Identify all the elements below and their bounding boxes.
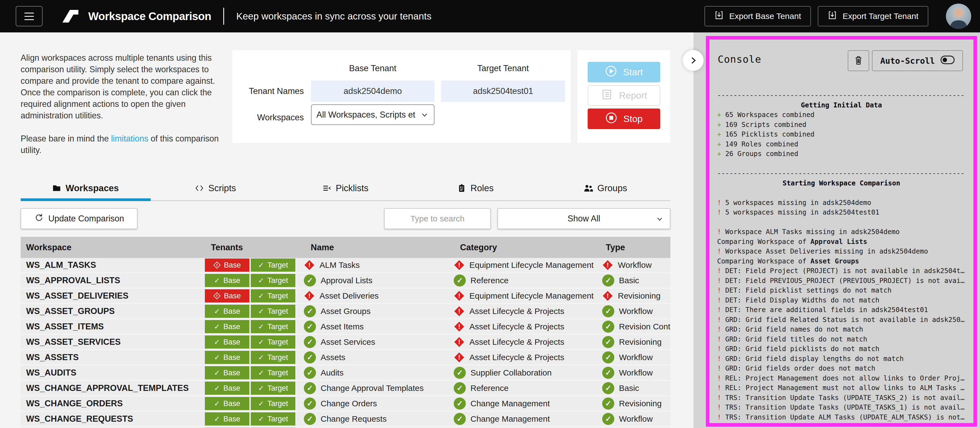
hamburger-menu-icon[interactable] [16,6,43,26]
category-cell: ✓Change Management [451,413,600,425]
table-row[interactable]: WS_AUDITS✓Base✓Target✓Audits✓Supplier Co… [21,366,670,380]
table-row[interactable]: WS_APPROVAL_LISTS✓Base✓Target✓Approval L… [21,273,670,288]
auto-scroll-toggle[interactable]: Auto-Scroll [872,50,963,71]
tenant-badge-target: ✓Target [251,366,295,379]
tenant-names-label: Tenant Names [232,86,311,96]
error-diamond-icon: ! [454,321,465,332]
tenant-badge-target: ✓Target [251,397,295,410]
clear-console-button[interactable] [848,50,869,71]
tenant-badge-target: ✓Target [251,320,295,333]
error-diamond-icon: ! [454,352,465,363]
console-highlight-frame: Console Auto-Scroll [706,36,977,426]
console-log[interactable]: ----------------------------------------… [717,90,966,423]
check-icon: ✓ [214,338,220,346]
tenant-badge-base: ✓Base [205,274,250,287]
table-row[interactable]: WS_ASSET_SERVICES✓Base✓Target✓Asset Serv… [21,335,670,349]
update-comparison-button[interactable]: Update Comparison [21,208,137,229]
console-log-line: ! DET: Field picklist settings do not ma… [717,285,966,295]
console-blank-line [717,217,966,227]
export-target-tenant-button[interactable]: Export Target Tenant [818,6,928,26]
scrollbar-track[interactable] [977,32,980,428]
table-row[interactable]: WS_CHANGE_APPROVAL_TEMPLATES✓Base✓Target… [21,381,670,395]
ok-check-icon: ✓ [304,413,316,425]
console-title: Console [718,54,761,65]
filter-select[interactable]: Show All [498,208,670,229]
check-icon: ✓ [258,338,264,346]
console-log-line: ! Workspace ALM Tasks missing in adsk250… [717,227,966,237]
stop-button[interactable]: Stop [588,108,660,129]
console-log-line: + 165 Picklists combined [717,129,966,139]
type-cell: ✓Workflow [600,413,670,425]
console-log-line: ! REL: Project Management must not allow… [717,383,966,393]
svg-text:!: ! [458,338,460,346]
console-log-line: ! REL: Project Management does not allow… [717,373,966,383]
report-button[interactable]: Report [588,85,660,106]
name-cell: ✓Assets [298,351,451,363]
console-log-line: ! GRD: Grid field Related Status is not … [717,315,966,325]
user-avatar[interactable] [946,3,971,29]
console-log-line: ! GRD: Grid field picklists do not match [717,344,966,354]
console-log-line: ! TRS: Transition Update ALM Tasks (UPDA… [717,422,966,423]
tenant-badge-base: ✓Base [205,320,250,333]
active-tab-indicator [21,198,151,201]
play-icon [605,65,617,79]
tab-roles[interactable]: Roles [410,178,541,198]
table-row[interactable]: WS_CHANGE_ORDERS✓Base✓Target✓Change Orde… [21,396,670,411]
check-icon: ✓ [258,353,264,362]
target-tenant-input[interactable]: adsk2504test01 [441,81,565,102]
limitations-link[interactable]: limitations [111,134,148,143]
console-blank-line [717,159,966,169]
header-divider [223,8,224,25]
ok-check-icon: ✓ [602,413,614,425]
ok-check-icon: ✓ [454,274,466,287]
collapse-console-button[interactable] [683,50,704,71]
base-tenant-header: Base Tenant [311,63,434,74]
tenants-cell: ✓Base✓Target [205,274,298,287]
name-cell: ✓Audits [298,367,451,379]
base-tenant-input[interactable]: adsk2504demo [311,81,434,102]
workspace-id: WS_AUDITS [21,368,205,378]
start-button[interactable]: Start [588,62,660,82]
console-log-line: ! TRS: Transition Update Tasks (UPDATE_T… [717,393,966,403]
export-base-tenant-button[interactable]: Export Base Tenant [705,6,811,26]
tab-picklists[interactable]: Picklists [280,178,410,198]
table-row[interactable]: WS_ASSET_ITEMS✓Base✓Target✓Asset Items!A… [21,320,670,334]
workspaces-select[interactable]: All Workspaces, Scripts et [311,105,434,125]
console-column: Console Auto-Scroll [706,32,977,428]
console-log-line: + 26 Groups combined [717,149,966,159]
console-blank-line [717,188,966,198]
table-row[interactable]: WS_ALM_TASKS!Base✓Target!ALM Tasks!Equip… [21,258,670,272]
svg-text:!: ! [216,293,218,298]
workspace-id: WS_ASSETS [21,352,205,362]
name-cell: ✓Change Orders [298,398,451,410]
console-log-line: ! Workspace Asset Deliveries missing in … [717,246,966,256]
workspace-id: WS_ASSET_ITEMS [21,322,205,331]
search-input[interactable] [384,208,491,229]
check-icon: ✓ [214,276,220,285]
tenants-cell: ✓Base✓Target [205,366,298,379]
tab-groups[interactable]: Groups [540,178,670,198]
column-header-workspace: Workspace [21,243,205,252]
table-row[interactable]: WS_ASSETS✓Base✓Target✓Assets!Asset Lifec… [21,350,670,365]
tab-scripts[interactable]: Scripts [151,178,281,198]
table-row[interactable]: WS_CHANGE_REQUESTS✓Base✓Target✓Change Re… [21,412,670,426]
report-list-icon [601,89,613,103]
tab-workspaces[interactable]: Workspaces [21,178,151,198]
category-cell: !Equipment Lifecycle Management [451,260,600,271]
workspace-comparison-table: WorkspaceTenantsNameCategoryType WS_ALM_… [21,237,670,428]
error-diamond-icon: ! [304,290,315,301]
name-cell: ✓Asset Services [298,336,451,348]
table-body: WS_ALM_TASKS!Base✓Target!ALM Tasks!Equip… [21,258,670,428]
table-row[interactable]: WS_ASSET_DELIVERIES!Base✓Target!Asset De… [21,289,670,303]
console-log-line: ! 5 workspaces missing in adsk2504demo [717,198,966,208]
page-subtitle: Keep workspaces in sync across your tena… [236,11,431,22]
type-cell: !Revisioning [600,290,670,301]
table-row[interactable]: WS_ASSET_GROUPS✓Base✓Target✓Asset Groups… [21,304,670,319]
check-icon: ✓ [258,384,264,393]
type-cell: ✓Revision Control [600,320,670,333]
type-cell: ✓Workflow [600,367,670,379]
tab-row: WorkspacesScriptsPicklistsRolesGroups [21,178,670,198]
check-icon: ✓ [258,261,264,269]
panel-divider-strip [694,32,706,428]
tenants-cell: !Base✓Target [205,258,298,272]
